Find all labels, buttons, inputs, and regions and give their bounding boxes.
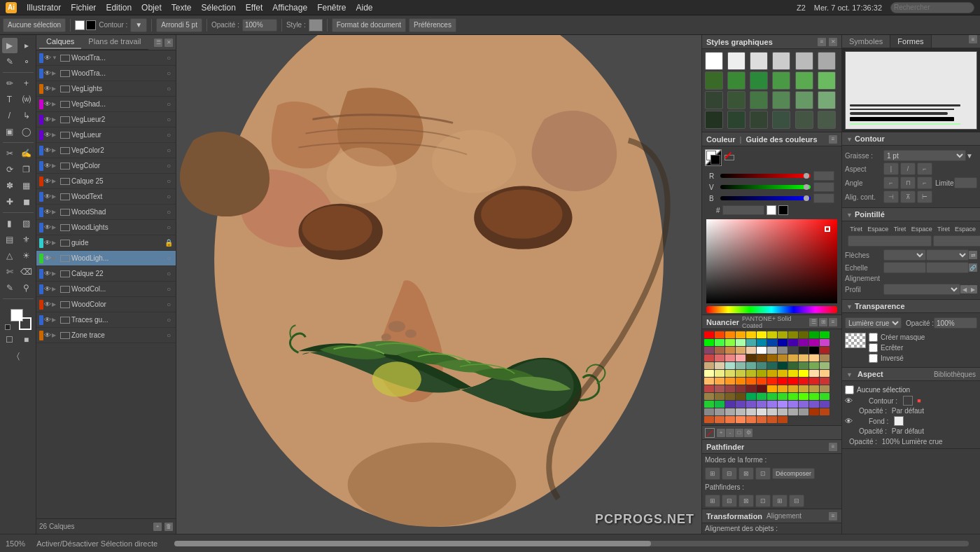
nuancier-color-33[interactable] [799, 347, 808, 354]
aspect-header[interactable]: ▼ Aspect Bibliothèques [842, 368, 980, 381]
nuancier-color-114[interactable] [767, 401, 777, 408]
style-swatch-12[interactable] [705, 91, 723, 109]
menu-selection[interactable]: Sélection [201, 3, 235, 13]
nuancier-color-48[interactable] [704, 362, 714, 369]
layer-vis-2[interactable]: 👁 [43, 85, 52, 92]
nuancier-color-40[interactable] [746, 354, 756, 361]
nuancier-color-66[interactable] [767, 370, 777, 377]
preferences-btn[interactable]: Préférences [409, 18, 456, 32]
nuancier-color-127[interactable] [778, 408, 788, 415]
nuancier-color-104[interactable] [788, 393, 798, 400]
lasso-tool[interactable]: ⚬ [19, 54, 34, 69]
nuancier-color-2[interactable] [725, 331, 735, 338]
layer-expand-5[interactable]: ▶ [52, 132, 59, 138]
fleches-select1[interactable] [883, 249, 926, 261]
transformation-header[interactable]: Transformation Alignement ≡ [702, 509, 841, 523]
style-swatch-20[interactable] [750, 111, 768, 129]
nuancier-color-75[interactable] [736, 378, 746, 385]
trim-btn[interactable]: ⊟ [722, 495, 737, 507]
nuancier-color-92[interactable] [788, 385, 798, 392]
gradient-tool[interactable]: ▤ [2, 232, 18, 247]
layer-vis-17[interactable]: 👁 [43, 316, 52, 324]
r-slider[interactable] [720, 174, 811, 178]
style-swatch-15[interactable] [772, 91, 790, 109]
tab-plans-travail[interactable]: Plans de travail [81, 35, 148, 49]
layer-expand-2[interactable]: ▶ [52, 85, 59, 92]
nuancier-color-117[interactable] [799, 401, 808, 408]
b-slider[interactable] [720, 196, 811, 200]
layer-item-6[interactable]: 👁 ▶ VegColor2 ○ [36, 143, 176, 158]
nuancier-color-55[interactable] [778, 362, 788, 369]
select-tool[interactable]: ▶ [2, 38, 18, 53]
hand-tool[interactable]: ✎ [2, 280, 18, 296]
style-swatch-2[interactable] [750, 52, 768, 70]
nuancier-color-94[interactable] [809, 385, 819, 392]
nuancier-color-85[interactable] [715, 385, 724, 392]
layer-item-0[interactable]: 👁 ▼ WoodTra... ○ [36, 50, 176, 66]
tiret-input1[interactable] [848, 235, 932, 247]
direct-select-tool[interactable]: ▸ [19, 38, 34, 53]
nuancier-color-8[interactable] [788, 331, 798, 338]
layer-item-12[interactable]: 👁 ▶ guide 🔒 [36, 235, 176, 251]
stroke-box[interactable] [19, 317, 31, 330]
new-layer-btn[interactable]: + [153, 523, 162, 531]
nuancier-color-121[interactable] [715, 408, 724, 415]
nuancier-color-95[interactable] [820, 385, 830, 392]
nuancier-color-102[interactable] [767, 393, 777, 400]
layer-expand-8[interactable]: ▶ [52, 178, 59, 184]
layer-expand-7[interactable]: ▶ [52, 163, 59, 169]
layer-item-16[interactable]: 👁 ▶ WoodColor ○ [36, 297, 176, 312]
layer-lock-8[interactable]: ○ [164, 177, 173, 185]
transform-menu-btn[interactable]: ≡ [829, 512, 837, 520]
nuancier-color-123[interactable] [736, 408, 746, 415]
layer-lock-14[interactable]: ○ [164, 270, 173, 277]
menu-texte[interactable]: Texte [172, 3, 192, 13]
layer-item-4[interactable]: 👁 ▶ VegLueur2 ○ [36, 112, 176, 127]
nuancier-color-59[interactable] [820, 362, 830, 369]
nuancier-color-119[interactable] [820, 401, 830, 408]
nuancier-del-btn[interactable]: - [726, 429, 734, 437]
menu-effet[interactable]: Effet [246, 3, 262, 13]
style-swatch-6[interactable] [705, 71, 723, 90]
layer-expand-3[interactable]: ▶ [52, 101, 59, 107]
nuancier-color-86[interactable] [725, 385, 735, 392]
nuancier-color-18[interactable] [767, 339, 777, 346]
nuancier-color-133[interactable] [715, 416, 724, 423]
style-swatch-7[interactable] [727, 71, 746, 90]
nuancier-options[interactable]: ⚙ [744, 429, 752, 437]
layer-expand-9[interactable]: ▶ [52, 193, 59, 200]
nuancier-color-13[interactable] [715, 339, 724, 346]
nuancier-color-9[interactable] [799, 331, 808, 338]
layer-item-7[interactable]: 👁 ▶ VegColor ○ [36, 158, 176, 174]
style-box[interactable] [309, 19, 323, 32]
v-slider[interactable] [720, 185, 811, 189]
nuancier-color-47[interactable] [820, 354, 830, 361]
menu-edition[interactable]: Edition [106, 3, 132, 13]
outline-btn[interactable]: ⊞ [772, 495, 788, 507]
nuancier-color-71[interactable] [820, 370, 830, 377]
nuancier-color-5[interactable] [757, 331, 766, 338]
creer-masque-check[interactable] [869, 333, 878, 342]
nuancier-color-80[interactable] [788, 378, 798, 385]
aspect-btn1[interactable]: | [883, 163, 899, 175]
nuancier-color-100[interactable] [746, 393, 756, 400]
minus-back-btn[interactable]: ⊟ [789, 495, 804, 507]
layer-lock-5[interactable]: ○ [164, 131, 173, 139]
crop-btn[interactable]: ⊡ [755, 495, 771, 507]
nuancier-color-72[interactable] [704, 378, 714, 385]
type-area-tool[interactable]: ⒲ [19, 92, 34, 107]
layer-vis-1[interactable]: 👁 [43, 69, 52, 77]
eyedropper-tool[interactable]: ⚜ [19, 232, 34, 247]
layer-vis-11[interactable]: 👁 [43, 223, 52, 231]
nuancier-color-101[interactable] [757, 393, 766, 400]
tab-calques[interactable]: Calques [39, 35, 81, 49]
free-transform[interactable]: ▦ [19, 178, 34, 193]
layer-lock-12[interactable]: 🔒 [164, 239, 173, 247]
style-swatch-22[interactable] [795, 111, 813, 129]
nuancier-color-16[interactable] [746, 339, 756, 346]
layer-vis-9[interactable]: 👁 [43, 193, 52, 200]
layer-lock-6[interactable]: ○ [164, 146, 173, 154]
nuancier-color-25[interactable] [715, 347, 724, 354]
nuancier-color-106[interactable] [809, 393, 819, 400]
layer-expand-17[interactable]: ▶ [52, 317, 59, 323]
